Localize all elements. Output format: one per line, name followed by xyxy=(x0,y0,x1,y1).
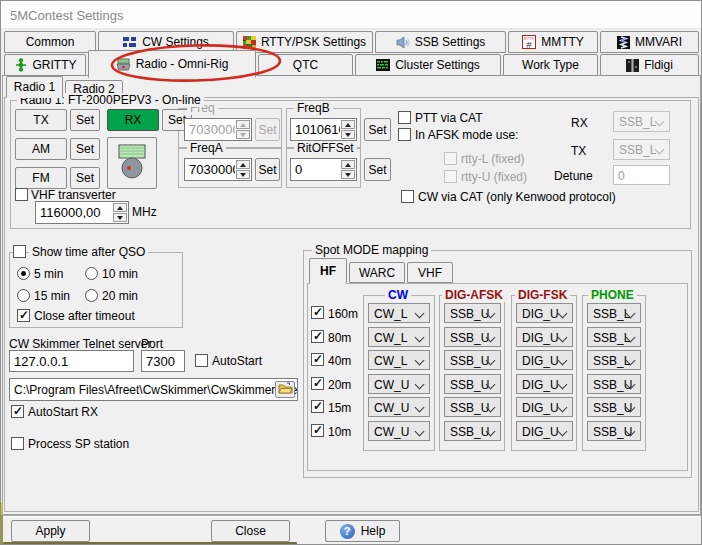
band-40m-checkbox[interactable] xyxy=(311,353,324,366)
mode-select-40m-cw[interactable]: CW_L xyxy=(368,350,430,370)
mode-select-40m-dig-fsk[interactable]: DIG_U xyxy=(516,350,573,370)
ptt-via-cat-checkbox[interactable] xyxy=(398,111,411,124)
mode-select-15m-dig-fsk[interactable]: DIG_U xyxy=(516,397,573,417)
fm-set-button[interactable]: Set xyxy=(70,167,100,189)
radio-15-min[interactable] xyxy=(17,289,30,302)
mode-select-15m-dig-afsk[interactable]: SSB_U xyxy=(444,397,501,417)
mode-select-160m-dig-fsk[interactable]: DIG_U xyxy=(516,303,573,323)
spot-tab-vhf[interactable]: VHF xyxy=(407,262,453,283)
help-icon xyxy=(340,524,355,539)
tx-button[interactable]: TX xyxy=(15,109,67,131)
tab-cluster-settings[interactable]: Cluster Settings xyxy=(355,54,501,76)
freqb-spin-up[interactable] xyxy=(341,120,355,129)
spot-mode-caption: Spot MODE mapping xyxy=(312,243,431,257)
skimmer-port-input[interactable]: 7300 xyxy=(141,350,185,372)
freqb-set-button[interactable]: Set xyxy=(364,118,391,141)
mode-select-20m-cw[interactable]: CW_U xyxy=(368,374,430,394)
rig-control-button[interactable] xyxy=(107,137,157,189)
close-button[interactable]: Close xyxy=(211,520,290,542)
vhf-spin-down[interactable] xyxy=(113,213,127,222)
mode-select-40m-phone[interactable]: SSB_L xyxy=(587,350,641,370)
freqa-spinner[interactable]: 7030000 xyxy=(184,158,252,181)
mode-select-160m-dig-afsk[interactable]: SSB_U xyxy=(444,303,501,323)
freqb-spin-down[interactable] xyxy=(341,130,355,139)
footer-divider xyxy=(1,515,702,517)
mode-select-80m-cw[interactable]: CW_L xyxy=(368,327,430,347)
vhf-transverter-checkbox[interactable] xyxy=(15,188,28,201)
tab-work-type[interactable]: Work Type xyxy=(503,54,598,76)
ritoffset-spinner[interactable]: 0 xyxy=(290,158,357,181)
radio-20-min[interactable] xyxy=(85,289,98,302)
band-15m-checkbox[interactable] xyxy=(311,400,324,413)
tab-qtc[interactable]: QTC xyxy=(258,54,353,76)
mode-select-80m-dig-fsk[interactable]: DIG_U xyxy=(516,327,573,347)
mode-select-10m-dig-afsk[interactable]: SSB_U xyxy=(444,421,501,441)
tab-ssb-settings[interactable]: SSB Settings xyxy=(375,31,506,53)
skimmer-server-input[interactable]: 127.0.0.1 xyxy=(9,350,134,372)
freqa-spin-down[interactable] xyxy=(236,170,250,179)
radio-5-min-label: 5 min xyxy=(34,267,63,281)
tab-common[interactable]: Common xyxy=(4,31,96,53)
mode-select-80m-dig-afsk[interactable]: SSB_U xyxy=(444,327,501,347)
apply-button[interactable]: Apply xyxy=(11,520,90,542)
mode-select-10m-dig-fsk[interactable]: DIG_U xyxy=(516,421,573,441)
rtty-u-checkbox xyxy=(444,170,457,183)
am-button[interactable]: AM xyxy=(15,138,67,160)
close-after-timeout-checkbox[interactable] xyxy=(17,309,30,322)
cw-settings-icon xyxy=(123,36,137,48)
mode-select-20m-dig-afsk[interactable]: SSB_U xyxy=(444,374,501,394)
freqa-set-button[interactable]: Set xyxy=(255,158,280,181)
am-set-button[interactable]: Set xyxy=(70,138,100,160)
freqb-spinner[interactable]: 10106100 xyxy=(290,118,357,141)
vhf-frequency-spinner[interactable]: 116000,00 xyxy=(35,201,129,224)
ritoffset-spin-down[interactable] xyxy=(341,170,355,179)
afsk-mode-checkbox[interactable] xyxy=(398,128,411,141)
skimmer-path-input[interactable]: C:\Program Files\Afreet\CwSkimmer\CwSkim… xyxy=(9,378,298,401)
browse-path-button[interactable] xyxy=(275,381,295,398)
fm-button[interactable]: FM xyxy=(15,167,67,189)
tab-fldigi[interactable]: Fldigi xyxy=(600,54,699,76)
tab-gritty[interactable]: GRITTY xyxy=(4,54,86,76)
cw-via-cat-checkbox[interactable] xyxy=(401,190,414,203)
band-20m-checkbox[interactable] xyxy=(311,377,324,390)
autostart-rx-checkbox[interactable] xyxy=(11,405,24,418)
mode-select-160m-cw[interactable]: CW_L xyxy=(368,303,430,323)
band-40m-label: 40m xyxy=(328,354,351,368)
band-10m-checkbox[interactable] xyxy=(311,424,324,437)
freq-spin-up xyxy=(236,120,250,129)
help-button[interactable]: Help xyxy=(325,520,400,542)
mode-select-20m-phone[interactable]: SSB_U xyxy=(587,374,641,394)
mode-select-15m-cw[interactable]: CW_U xyxy=(368,397,430,417)
freqa-spin-up[interactable] xyxy=(236,160,250,169)
tab-rtty-psk-settings[interactable]: RTTY/PSK Settings xyxy=(236,31,373,53)
rx-button[interactable]: RX xyxy=(107,109,159,131)
mode-select-15m-phone[interactable]: SSB_U xyxy=(587,397,641,417)
tab-mmvari[interactable]: MMVARI xyxy=(600,31,699,53)
band-80m-checkbox[interactable] xyxy=(311,330,324,343)
mode-select-160m-phone[interactable]: SSB_L xyxy=(587,303,641,323)
mode-select-10m-cw[interactable]: CW_U xyxy=(368,421,430,441)
mode-select-20m-dig-fsk[interactable]: DIG_U xyxy=(516,374,573,394)
tab-radio-1[interactable]: Radio 1 xyxy=(6,76,63,98)
tab-radio-omni-rig[interactable]: Radio - Omni-Rig xyxy=(88,50,256,78)
spot-tab-hf[interactable]: HF xyxy=(309,258,347,284)
rx-mode-label: RX xyxy=(571,116,588,130)
tab-mmtty[interactable]: RTTY# MMTTY xyxy=(508,31,598,53)
radio-10-min[interactable] xyxy=(85,267,98,280)
mode-select-10m-phone[interactable]: SSB_U xyxy=(587,421,641,441)
freq-spinner: 7030000 xyxy=(184,118,252,141)
vhf-spin-up[interactable] xyxy=(113,203,127,212)
title-bar: 5MContest Settings xyxy=(1,1,702,29)
mode-select-40m-dig-afsk[interactable]: SSB_U xyxy=(444,350,501,370)
radio-5-min[interactable] xyxy=(17,267,30,280)
tx-set-button[interactable]: Set xyxy=(70,109,100,131)
show-time-checkbox[interactable] xyxy=(13,245,26,258)
speaker-icon xyxy=(396,36,410,49)
mode-select-80m-phone[interactable]: SSB_L xyxy=(587,327,641,347)
skimmer-autostart-checkbox[interactable] xyxy=(195,354,208,367)
ritoffset-set-button[interactable]: Set xyxy=(364,158,391,181)
process-sp-checkbox[interactable] xyxy=(11,437,24,450)
spot-tab-warc[interactable]: WARC xyxy=(349,262,405,283)
band-160m-checkbox[interactable] xyxy=(311,306,324,319)
ritoffset-spin-up[interactable] xyxy=(341,160,355,169)
